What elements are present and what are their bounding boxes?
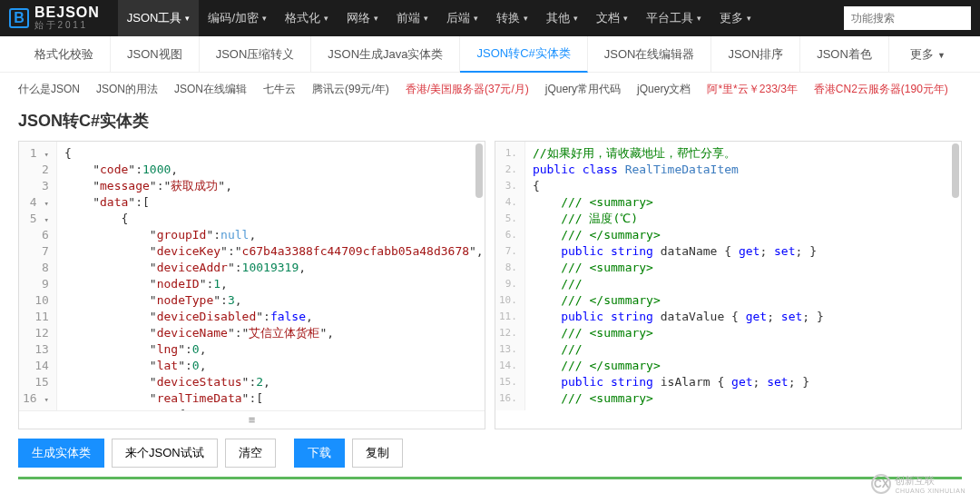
promo-link[interactable]: JSON的用法 xyxy=(96,82,158,97)
separator xyxy=(18,477,962,479)
logo-text: BEJSON xyxy=(34,5,100,20)
json-input-pane: 1 ▾234 ▾5 ▾678910111213141516 ▾17 ▾ { "c… xyxy=(18,141,485,429)
caret-down-icon: ▾ xyxy=(262,14,267,23)
nav-item[interactable]: 更多 ▾ xyxy=(710,0,760,36)
watermark-text: 创新互联 xyxy=(895,474,965,479)
subnav-item[interactable]: JSON生成Java实体类 xyxy=(311,36,460,73)
caret-down-icon: ▾ xyxy=(747,14,751,23)
subnav-item[interactable]: JSON着色 xyxy=(800,36,889,73)
subnav-item[interactable]: JSON压缩转义 xyxy=(200,36,312,73)
promo-link[interactable]: 香港/美国服务器(37元/月) xyxy=(406,82,529,97)
nav-item[interactable]: 平台工具 ▾ xyxy=(637,0,710,36)
caret-down-icon: ▾ xyxy=(623,14,628,23)
nav-item[interactable]: 网络 ▾ xyxy=(338,0,387,36)
caret-down-icon: ▾ xyxy=(697,14,701,23)
nav-item[interactable]: 后端 ▾ xyxy=(437,0,487,36)
caret-down-icon: ▼ xyxy=(937,51,946,60)
subnav-more[interactable]: 更多 ▼ xyxy=(894,46,962,63)
promo-link[interactable]: 七牛云 xyxy=(263,82,296,97)
watermark-icon: CX xyxy=(871,474,891,479)
resize-handle-icon[interactable]: ≡ xyxy=(19,410,485,429)
nav-item[interactable]: 转换 ▾ xyxy=(487,0,537,36)
promo-link[interactable]: 腾讯云(99元/年) xyxy=(312,82,389,97)
caret-down-icon: ▾ xyxy=(474,14,478,23)
caret-down-icon: ▾ xyxy=(573,14,578,23)
caret-down-icon: ▾ xyxy=(185,14,190,23)
csharp-output-pane: 1.2.3.4.5.6.7.8.9.10.11.12.13.14.15.16. … xyxy=(495,141,962,429)
promo-link[interactable]: 香港CN2云服务器(190元年) xyxy=(814,82,948,97)
subnav-item[interactable]: 格式化校验 xyxy=(18,36,111,73)
page-title: JSON转C#实体类 xyxy=(0,106,980,141)
nav-item[interactable]: JSON工具 ▾ xyxy=(118,0,200,36)
nav-item[interactable]: 前端 ▾ xyxy=(387,0,437,36)
promo-link[interactable]: 什么是JSON xyxy=(18,82,80,97)
top-navbar: B BEJSON 始 于 2 0 1 1 JSON工具 ▾编码/加密 ▾格式化 … xyxy=(0,0,980,36)
action-buttons: 生成实体类 来个JSON试试 清空 下载 复制 xyxy=(0,429,980,477)
main-nav: JSON工具 ▾编码/加密 ▾格式化 ▾网络 ▾前端 ▾后端 ▾转换 ▾其他 ▾… xyxy=(118,0,844,36)
workspace: 1 ▾234 ▾5 ▾678910111213141516 ▾17 ▾ { "c… xyxy=(0,141,980,429)
generate-button[interactable]: 生成实体类 xyxy=(18,439,104,468)
scrollbar[interactable] xyxy=(952,143,959,198)
subnav-item[interactable]: JSON排序 xyxy=(711,36,800,73)
sample-json-button[interactable]: 来个JSON试试 xyxy=(112,439,218,468)
logo-subtitle: 始 于 2 0 1 1 xyxy=(34,19,100,32)
clear-button[interactable]: 清空 xyxy=(225,439,276,468)
subnav-item[interactable]: JSON转C#实体类 xyxy=(460,36,587,73)
promo-link[interactable]: 阿*里*云￥233/3年 xyxy=(707,82,797,97)
csharp-editor[interactable]: 1.2.3.4.5.6.7.8.9.10.11.12.13.14.15.16. … xyxy=(495,142,961,410)
nav-item[interactable]: 文档 ▾ xyxy=(587,0,637,36)
links-bar: 什么是JSONJSON的用法JSON在线编辑七牛云腾讯云(99元/年)香港/美国… xyxy=(0,73,980,106)
caret-down-icon: ▾ xyxy=(374,14,378,23)
caret-down-icon: ▾ xyxy=(324,14,328,23)
logo[interactable]: B BEJSON 始 于 2 0 1 1 xyxy=(9,5,100,32)
nav-item[interactable]: 编码/加密 ▾ xyxy=(199,0,276,36)
download-button[interactable]: 下载 xyxy=(294,439,345,468)
json-editor[interactable]: 1 ▾234 ▾5 ▾678910111213141516 ▾17 ▾ { "c… xyxy=(19,142,485,410)
caret-down-icon: ▾ xyxy=(424,14,428,23)
nav-item[interactable]: 格式化 ▾ xyxy=(276,0,338,36)
promo-link[interactable]: JSON在线编辑 xyxy=(174,82,247,97)
nav-item[interactable]: 其他 ▾ xyxy=(537,0,587,36)
promo-link[interactable]: jQuery文档 xyxy=(637,82,691,97)
promo-link[interactable]: jQuery常用代码 xyxy=(545,82,621,97)
subnav-item[interactable]: JSON在线编辑器 xyxy=(588,36,712,73)
scrollbar[interactable] xyxy=(475,143,483,198)
caret-down-icon: ▾ xyxy=(524,14,528,23)
subnav-item[interactable]: JSON视图 xyxy=(111,36,200,73)
search-input[interactable] xyxy=(844,6,971,30)
copy-button[interactable]: 复制 xyxy=(352,439,403,468)
watermark: CX 创新互联 CHUANG XINHULIAN xyxy=(871,474,965,479)
logo-badge-icon: B xyxy=(9,8,29,28)
sub-nav: 格式化校验JSON视图JSON压缩转义JSON生成Java实体类JSON转C#实… xyxy=(0,36,980,73)
